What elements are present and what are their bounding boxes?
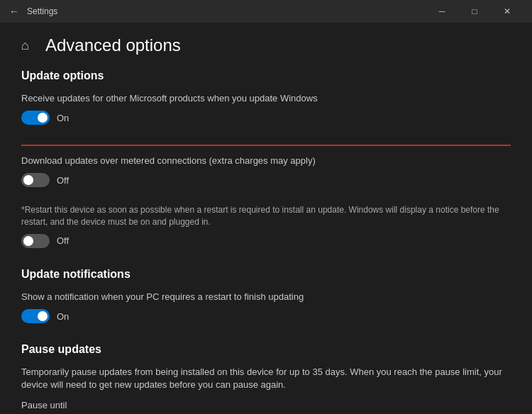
title-bar: ← Settings ─ □ ✕ xyxy=(0,0,532,23)
metered-connection-setting: Download updates over metered connection… xyxy=(21,155,511,204)
restart-device-toggle-row: Off xyxy=(21,234,511,248)
notification-toggle[interactable] xyxy=(21,309,50,323)
notification-toggle-label: On xyxy=(57,311,69,322)
red-divider xyxy=(21,145,511,146)
notification-toggle-thumb xyxy=(38,311,48,321)
main-content: ⌂ Advanced options Update options Receiv… xyxy=(0,23,532,414)
close-button[interactable]: ✕ xyxy=(491,0,523,23)
pause-updates-description: Temporarily pause updates from being ins… xyxy=(21,366,511,391)
metered-connection-toggle-row: Off xyxy=(21,173,511,187)
update-notifications-section: Update notifications Show a notification… xyxy=(21,268,511,340)
metered-connection-toggle-label: Off xyxy=(57,175,69,186)
maximize-button[interactable]: □ xyxy=(458,0,491,23)
update-options-section: Update options Receive updates for other… xyxy=(21,69,511,265)
update-notifications-header: Update notifications xyxy=(21,268,511,281)
page-header: ⌂ Advanced options xyxy=(21,23,511,67)
page-title: Advanced options xyxy=(45,35,181,55)
restart-device-description: *Restart this device as soon as possible… xyxy=(21,204,511,228)
metered-connection-toggle-thumb xyxy=(23,175,33,185)
receive-updates-description: Receive updates for other Microsoft prod… xyxy=(21,92,511,105)
title-bar-controls: ─ □ ✕ xyxy=(426,0,523,23)
receive-updates-setting: Receive updates for other Microsoft prod… xyxy=(21,92,511,142)
receive-updates-toggle[interactable] xyxy=(21,111,50,125)
pause-updates-header: Pause updates xyxy=(21,343,511,356)
update-options-header: Update options xyxy=(21,69,511,82)
receive-updates-toggle-thumb xyxy=(38,113,48,123)
minimize-button[interactable]: ─ xyxy=(426,0,458,23)
back-arrow-icon[interactable]: ← xyxy=(9,6,20,17)
pause-until-container: Pause until Select date ∨ xyxy=(21,399,511,414)
restart-device-toggle-label: Off xyxy=(57,235,69,246)
home-icon: ⌂ xyxy=(21,38,35,52)
restart-device-setting: *Restart this device as soon as possible… xyxy=(21,204,511,265)
pause-updates-section: Pause updates Temporarily pause updates … xyxy=(21,343,511,414)
metered-connection-toggle[interactable] xyxy=(21,173,50,187)
title-bar-text: Settings xyxy=(27,6,57,16)
metered-connection-description: Download updates over metered connection… xyxy=(21,155,511,167)
title-bar-left: ← Settings xyxy=(9,6,57,17)
notification-toggle-row: On xyxy=(21,309,511,323)
restart-device-toggle[interactable] xyxy=(21,234,50,248)
restart-device-toggle-thumb xyxy=(23,236,33,246)
receive-updates-toggle-row: On xyxy=(21,111,511,125)
notification-description: Show a notification when your PC require… xyxy=(21,291,511,303)
receive-updates-toggle-label: On xyxy=(57,113,69,123)
pause-until-label: Pause until xyxy=(21,399,511,412)
notification-setting: Show a notification when your PC require… xyxy=(21,291,511,340)
